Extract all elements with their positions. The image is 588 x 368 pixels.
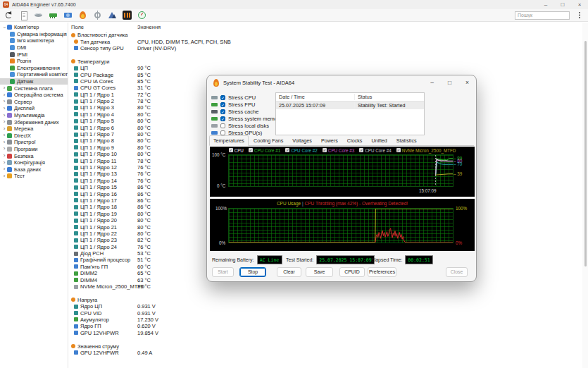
- dialog-close-button[interactable]: ×: [458, 75, 476, 90]
- refresh-icon[interactable]: [4, 11, 13, 20]
- chevron-icon[interactable]: ›: [1, 173, 7, 179]
- stress-option-row[interactable]: ✓Stress FPU: [211, 101, 282, 108]
- chevron-icon[interactable]: ›: [1, 166, 7, 172]
- sensor-row[interactable]: GPU 12VHPWR19.854 V: [69, 330, 582, 336]
- sidebar-item-ipmi[interactable]: IPMI: [0, 51, 68, 58]
- legend-checkbox[interactable]: ✓: [229, 148, 233, 152]
- legend-item[interactable]: ✓CPU: [229, 148, 244, 153]
- sensor-row[interactable]: Напруга: [69, 297, 582, 303]
- sensor-row[interactable]: Властивості датчика: [69, 32, 582, 38]
- sidebar-item-overclock[interactable]: Розгін: [0, 58, 68, 65]
- chevron-icon[interactable]: ›: [1, 106, 7, 111]
- tab-statistics[interactable]: Statistics: [392, 135, 421, 145]
- chevron-icon[interactable]: ›: [1, 113, 7, 118]
- sensor-row[interactable]: NVMe Micron_2500_MTFD39 °C: [69, 283, 582, 290]
- clear-button[interactable]: Clear: [277, 267, 301, 277]
- sidebar-item-network[interactable]: ›Мережа: [0, 125, 68, 133]
- sidebar-item-power[interactable]: Електроживлення: [0, 65, 68, 72]
- chevron-icon[interactable]: ›: [1, 99, 7, 104]
- aida64-logo-icon[interactable]: [123, 11, 132, 20]
- legend-checkbox[interactable]: ✓: [249, 148, 253, 152]
- search-input[interactable]: [515, 11, 570, 20]
- stop-button[interactable]: Stop: [239, 267, 266, 277]
- sidebar-item-database[interactable]: ›База даних: [0, 166, 68, 173]
- sidebar-item-programs[interactable]: ›Програми: [0, 146, 68, 153]
- log-column-datetime[interactable]: Date / Time: [276, 94, 355, 100]
- legend-checkbox[interactable]: ✓: [359, 148, 363, 152]
- tab-voltages[interactable]: Voltages: [288, 135, 316, 145]
- sidebar-item-portable[interactable]: Портативний комп'ютер: [0, 71, 68, 78]
- sidebar-item-computer[interactable]: ›Комп'ютер: [0, 24, 68, 31]
- stress-checkbox[interactable]: ✓: [220, 116, 225, 121]
- log-row[interactable]: 25.07.2025 15:07:09Stability Test: Start…: [276, 102, 424, 109]
- sensor-row[interactable]: CPU VID0.931 V: [69, 309, 582, 316]
- legend-checkbox[interactable]: ✓: [285, 148, 289, 152]
- dialog-maximize-button[interactable]: □: [441, 75, 458, 90]
- sidebar-item-motherboard[interactable]: ›Системна плата: [0, 85, 68, 92]
- sidebar-item-dmi[interactable]: DMI: [0, 44, 68, 51]
- stress-checkbox[interactable]: ✓: [220, 109, 225, 114]
- sensor-row[interactable]: Акумулятор17.230 V: [69, 317, 582, 323]
- stress-checkbox[interactable]: [220, 123, 225, 128]
- preferences-button[interactable]: Preferences: [368, 267, 396, 277]
- memory-icon[interactable]: [49, 11, 58, 20]
- stress-checkbox[interactable]: ✓: [220, 95, 225, 100]
- stress-option-row[interactable]: Stress local disks: [211, 122, 282, 129]
- gpu-icon[interactable]: [63, 11, 73, 20]
- tab-unified[interactable]: Unified: [367, 135, 391, 145]
- chevron-icon[interactable]: ›: [1, 140, 7, 145]
- chevron-icon[interactable]: ›: [1, 92, 7, 98]
- sidebar-item-server[interactable]: ›Сервер: [0, 99, 68, 106]
- cpuid-button[interactable]: CPUID: [339, 267, 365, 277]
- chevron-icon[interactable]: ›: [1, 126, 7, 132]
- sidebar-item-directx[interactable]: ›DirectX: [0, 133, 68, 140]
- chevron-icon[interactable]: ›: [1, 133, 7, 138]
- kebab-menu-icon[interactable]: [576, 11, 582, 20]
- minimize-button[interactable]: –: [537, 0, 554, 9]
- sidebar-item-config[interactable]: ›Конфігурація: [0, 159, 68, 166]
- sidebar-item-storage[interactable]: ›Збереження даних: [0, 118, 68, 125]
- sidebar-item-security[interactable]: ›Безпека: [0, 152, 68, 159]
- sensor-row[interactable]: Ядро ЦП0.931 V: [69, 303, 582, 309]
- fan-icon[interactable]: [93, 11, 102, 20]
- save-button[interactable]: Save: [306, 267, 333, 277]
- stress-option-row[interactable]: ✓Stress CPU: [211, 94, 282, 101]
- benchmark-icon[interactable]: [108, 11, 117, 20]
- chevron-icon[interactable]: ›: [1, 160, 7, 166]
- chevron-icon[interactable]: ›: [1, 25, 7, 30]
- legend-checkbox[interactable]: ✓: [323, 148, 327, 152]
- sidebar-item-name[interactable]: Ім'я комп'ютера: [0, 37, 68, 44]
- chevron-icon[interactable]: ›: [1, 153, 7, 159]
- tab-cooling-fans[interactable]: Cooling Fans: [249, 135, 287, 145]
- maximize-button[interactable]: □: [554, 0, 571, 9]
- tab-powers[interactable]: Powers: [317, 135, 342, 145]
- legend-item[interactable]: ✓CPU Core #3: [323, 148, 354, 153]
- dialog-minimize-button[interactable]: –: [423, 75, 441, 90]
- gauge-icon[interactable]: [137, 11, 146, 20]
- sensor-row[interactable]: Значення струму: [69, 343, 582, 349]
- legend-item[interactable]: ✓NVMe Micron_2500_MTFD: [396, 148, 456, 153]
- sidebar-item-display[interactable]: ›Дисплей: [0, 105, 68, 112]
- sidebar-item-devices[interactable]: ›Пристрої: [0, 139, 68, 146]
- report-icon[interactable]: [19, 11, 28, 20]
- chevron-icon[interactable]: ›: [1, 85, 7, 91]
- legend-item[interactable]: ✓CPU Core #1: [249, 148, 280, 153]
- stress-option-row[interactable]: ✓Stress cache: [211, 108, 282, 115]
- stress-test-icon[interactable]: [78, 11, 87, 20]
- tab-clocks[interactable]: Clocks: [343, 135, 367, 145]
- close-button[interactable]: ×: [571, 0, 588, 9]
- stress-checkbox[interactable]: ✓: [220, 102, 225, 107]
- sidebar-item-multimedia[interactable]: ›Мультимедіа: [0, 112, 68, 119]
- sidebar-item-benchmark[interactable]: ›Тест: [0, 173, 68, 180]
- close-button[interactable]: Close: [446, 267, 468, 277]
- sensor-row[interactable]: ЦП90 °C: [69, 65, 582, 71]
- column-field[interactable]: Поле: [69, 24, 137, 30]
- log-column-status[interactable]: Status: [355, 94, 424, 100]
- tab-temperatures[interactable]: Temperatures: [209, 135, 249, 146]
- scrollbar-thumb[interactable]: [584, 41, 587, 266]
- column-value[interactable]: Значення: [137, 24, 582, 30]
- legend-item[interactable]: ✓CPU Core #4: [359, 148, 391, 153]
- sidebar-item-summary[interactable]: Сумарна інформація: [0, 31, 68, 38]
- sidebar-item-os[interactable]: ›Операційна система: [0, 92, 68, 99]
- sidebar-item-sensor[interactable]: Датчик: [0, 78, 68, 85]
